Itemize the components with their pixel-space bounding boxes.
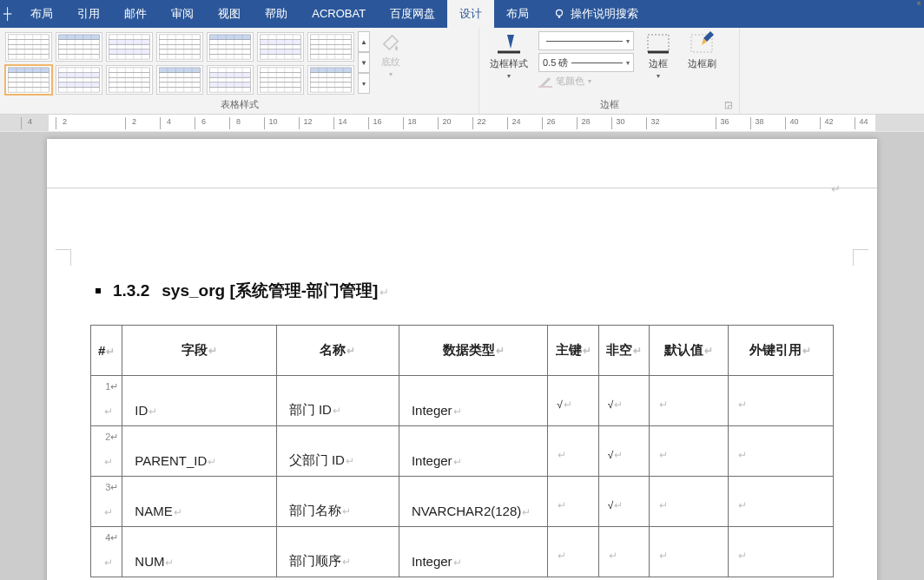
svg-rect-402	[310, 73, 351, 78]
group-label-borders: 边框	[600, 99, 619, 109]
table-row[interactable]: 3↵↵NAME↵部门名称↵NVARCHAR2(128)↵↵√↵↵↵	[91, 477, 834, 527]
table-styles-gallery[interactable]: ▲ ▼ ▾	[5, 31, 370, 96]
table-header-cell[interactable]: 非空↵	[598, 326, 649, 376]
table-cell[interactable]: 3↵↵	[91, 477, 122, 527]
table-cell[interactable]: ↵	[650, 527, 729, 577]
table-style-thumb[interactable]	[156, 65, 203, 95]
border-weight-combo[interactable]: 0.5 磅▾	[538, 53, 634, 72]
table-style-thumb[interactable]	[207, 65, 254, 95]
svg-rect-154	[260, 35, 300, 40]
border-style-button[interactable]: 边框样式 ▾	[485, 31, 533, 80]
table-cell[interactable]: NUM↵	[122, 527, 276, 577]
table-cell[interactable]: 1↵↵	[91, 376, 122, 426]
table-cell[interactable]: ↵	[548, 527, 598, 577]
ribbon-tab-references[interactable]: 引用	[65, 0, 112, 28]
table-cell[interactable]: ↵	[650, 426, 729, 477]
ribbon-tab-layout1[interactable]: 布局	[18, 0, 65, 28]
svg-rect-263	[58, 82, 99, 88]
table-cell[interactable]: ↵	[650, 477, 729, 527]
table-header-cell[interactable]: 默认值↵	[650, 326, 729, 376]
table-cell[interactable]: √↵	[598, 477, 649, 527]
table-cell[interactable]: NVARCHAR2(128)↵	[399, 477, 547, 527]
table-style-thumb[interactable]	[5, 32, 52, 62]
table-header-cell[interactable]: 主键↵	[548, 326, 598, 376]
gallery-down-button[interactable]: ▼	[358, 52, 370, 73]
table-cell[interactable]: √↵	[548, 376, 598, 426]
table-cell[interactable]: Integer↵	[399, 426, 547, 477]
horizontal-ruler[interactable]: 4224681012141618202224262830323638404244	[0, 115, 924, 132]
table-style-thumb[interactable]	[56, 65, 102, 95]
gallery-more-button[interactable]: ▾	[358, 73, 370, 94]
table-style-thumb[interactable]	[257, 32, 304, 62]
table-style-thumb[interactable]	[106, 65, 153, 95]
table-cell[interactable]: ↵	[728, 376, 833, 426]
table-cell[interactable]: ↵	[728, 426, 833, 477]
table-style-thumb[interactable]	[207, 32, 254, 62]
table-row[interactable]: 4↵↵NUM↵部门顺序↵Integer↵↵↵↵↵	[91, 527, 834, 577]
border-split-button[interactable]: 边框 ▾	[639, 31, 677, 80]
table-header-cell[interactable]: 外键引用↵	[728, 326, 833, 376]
table-header-cell[interactable]: 数据类型↵	[399, 326, 547, 376]
table-header-cell[interactable]: 名称↵	[276, 326, 399, 376]
border-painter-button[interactable]: 边框刷	[683, 31, 721, 70]
svg-rect-26	[8, 54, 49, 59]
border-painter-icon	[688, 31, 716, 56]
table-cell[interactable]: PARENT_ID↵	[122, 426, 276, 477]
table-style-thumb[interactable]	[56, 32, 102, 62]
table-row[interactable]: 1↵↵ID↵部门 ID↵Integer↵√↵√↵↵↵	[91, 376, 834, 426]
table-cell[interactable]: 部门顺序↵	[276, 527, 399, 577]
group-borders: 边框样式 ▾ ▾ 0.5 磅▾ 笔颜色▾ 边框 ▾ 边框刷 边框◲	[479, 28, 740, 114]
table-cell[interactable]: √↵	[598, 426, 649, 477]
table-cell[interactable]: 4↵↵	[91, 527, 122, 577]
border-line-style-combo[interactable]: ▾	[538, 31, 634, 50]
heading-row[interactable]: 1.3.2 sys_org [系统管理-部门管理]↵	[90, 280, 834, 302]
table-style-thumb[interactable]	[5, 65, 52, 95]
table-cell[interactable]: ↵	[728, 477, 833, 527]
ribbon-tab-help[interactable]: 帮助	[253, 0, 300, 28]
svg-rect-190	[310, 40, 351, 45]
gallery-up-button[interactable]: ▲	[358, 31, 370, 52]
margin-corner-tl	[47, 226, 71, 250]
table-cell[interactable]: Integer↵	[399, 376, 547, 426]
border-weight-value: 0.5 磅	[543, 56, 568, 69]
ribbon-tab-design[interactable]: 设计	[447, 0, 494, 28]
borders-dialog-launcher[interactable]: ◲	[722, 100, 734, 112]
svg-rect-147	[209, 54, 250, 59]
db-table[interactable]: #↵字段↵名称↵数据类型↵主键↵非空↵默认值↵外键引用↵ 1↵↵ID↵部门 ID…	[90, 325, 834, 577]
table-header-cell[interactable]: 字段↵	[122, 326, 276, 376]
table-row[interactable]: 2↵↵PARENT_ID↵父部门 ID↵Integer↵↵√↵↵↵	[91, 426, 834, 477]
table-style-thumb[interactable]	[106, 32, 153, 62]
ribbon-tab-view[interactable]: 视图	[206, 0, 253, 28]
ribbon-tab-frag[interactable]: ┼	[0, 0, 18, 28]
document-workspace[interactable]: ↵ 1.3.2 sys_org [系统管理-部门管理]↵ #↵字段↵名称↵数据类…	[0, 132, 924, 580]
table-style-thumb[interactable]	[307, 65, 354, 95]
table-cell[interactable]: ↵	[598, 527, 649, 577]
table-cell[interactable]: 2↵↵	[91, 426, 122, 477]
shading-button[interactable]: 底纹 ▾	[370, 31, 412, 78]
table-cell[interactable]: 父部门 ID↵	[276, 426, 399, 477]
ribbon-tab-layout2[interactable]: 布局	[494, 0, 541, 28]
ribbon-tab-baidu[interactable]: 百度网盘	[378, 0, 447, 28]
table-cell[interactable]: 部门名称↵	[276, 477, 399, 527]
table-cell[interactable]: ↵	[650, 376, 729, 426]
table-cell[interactable]: NAME↵	[122, 477, 276, 527]
table-style-thumb[interactable]	[156, 32, 203, 62]
table-header-cell[interactable]: #↵	[91, 326, 122, 376]
pen-color-button[interactable]: 笔颜色▾	[538, 75, 634, 88]
ribbon-tab-acrobat[interactable]: ACROBAT	[300, 0, 378, 28]
ribbon-tab-mail[interactable]: 邮件	[112, 0, 159, 28]
table-cell[interactable]: ↵	[548, 477, 598, 527]
tell-me-search[interactable]: 操作说明搜索	[541, 6, 650, 22]
table-style-thumb[interactable]	[307, 32, 354, 62]
gallery-scroll: ▲ ▼ ▾	[358, 31, 370, 96]
table-cell[interactable]: ↵	[548, 426, 598, 477]
table-cell[interactable]: Integer↵	[399, 527, 547, 577]
table-cell[interactable]: 部门 ID↵	[276, 376, 399, 426]
ribbon-tab-review[interactable]: 审阅	[159, 0, 206, 28]
table-style-thumb[interactable]	[257, 65, 304, 95]
table-cell[interactable]: ↵	[728, 527, 833, 577]
heading-number: 1.3.2	[113, 281, 149, 300]
table-cell[interactable]: √↵	[598, 376, 649, 426]
table-cell[interactable]: ID↵	[122, 376, 276, 426]
svg-rect-414	[310, 82, 351, 88]
